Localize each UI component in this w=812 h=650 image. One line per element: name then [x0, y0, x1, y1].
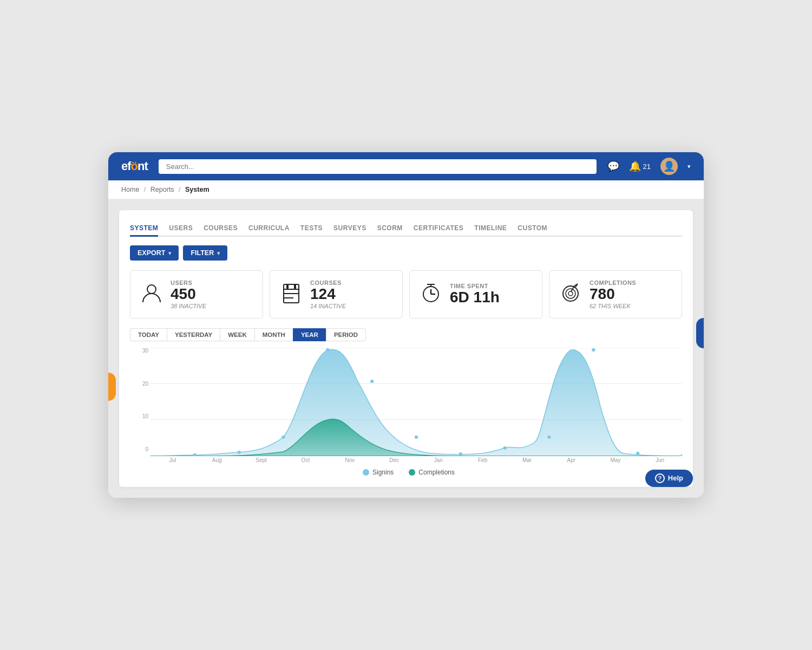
- tab-system[interactable]: SYSTEM: [130, 221, 158, 237]
- x-label-mar: Mar: [505, 457, 549, 463]
- courses-sub: 14 INACTIVE: [310, 303, 346, 309]
- main-area: SYSTEM USERS COURSES CURRICULA TESTS SUR…: [108, 199, 704, 498]
- svg-point-13: [566, 289, 575, 298]
- tab-scorm[interactable]: SCORM: [377, 221, 403, 236]
- target-icon: [559, 282, 582, 307]
- help-button[interactable]: ? Help: [645, 470, 693, 487]
- chart-area: 30 20 10 0: [135, 348, 682, 463]
- courses-value: 124: [310, 286, 346, 303]
- x-label-oct: Oct: [283, 457, 328, 463]
- signins-dot: [363, 469, 369, 476]
- chart-svg: [150, 348, 682, 456]
- legend-signins: Signins: [363, 469, 394, 476]
- signins-label: Signins: [372, 469, 394, 476]
- avatar[interactable]: 👤: [660, 158, 678, 175]
- period-tab-today[interactable]: TODAY: [130, 328, 167, 341]
- users-value: 450: [171, 286, 206, 303]
- x-label-jul: Jul: [150, 457, 195, 463]
- content-card: SYSTEM USERS COURSES CURRICULA TESTS SUR…: [119, 210, 693, 487]
- chart-legend: Signins Completions: [135, 469, 682, 476]
- help-label: Help: [668, 474, 683, 482]
- filter-caret-icon: ▾: [217, 250, 220, 256]
- y-label-0: 0: [145, 446, 148, 452]
- tab-curricula[interactable]: CURRICULA: [248, 221, 290, 236]
- breadcrumb-current: System: [185, 186, 209, 193]
- book-icon: [280, 282, 303, 307]
- svg-point-31: [680, 454, 682, 456]
- svg-point-22: [281, 435, 285, 439]
- x-label-may: May: [593, 457, 638, 463]
- completions-legend-label: Completions: [418, 469, 455, 476]
- avatar-dropdown[interactable]: ▾: [687, 163, 691, 170]
- navbar: efönt 💬 🔔 21 👤 ▾: [108, 152, 704, 180]
- breadcrumb-sep-1: /: [144, 186, 146, 193]
- filter-button[interactable]: FILTER ▾: [183, 245, 227, 261]
- user-icon: [140, 282, 163, 307]
- y-axis: 30 20 10 0: [135, 348, 150, 463]
- breadcrumb-home[interactable]: Home: [121, 186, 139, 193]
- logo: efönt: [121, 159, 148, 173]
- stat-card-time: TIME SPENT 6D 11h: [409, 270, 542, 318]
- svg-point-14: [568, 291, 573, 296]
- svg-point-12: [563, 286, 578, 301]
- tab-courses[interactable]: COURSES: [204, 221, 238, 236]
- tab-certificates[interactable]: CERTIFICATES: [414, 221, 463, 236]
- tab-users[interactable]: USERS: [169, 221, 193, 236]
- tab-tests[interactable]: TESTS: [300, 221, 323, 236]
- notification-count: 21: [643, 162, 651, 171]
- svg-point-23: [326, 348, 330, 352]
- clock-icon: [420, 282, 442, 307]
- x-label-aug: Aug: [195, 457, 239, 463]
- left-accent: [108, 373, 116, 401]
- breadcrumb-reports[interactable]: Reports: [150, 186, 174, 193]
- stat-info-time: TIME SPENT 6D 11h: [450, 283, 500, 306]
- svg-rect-6: [294, 284, 296, 289]
- tab-custom[interactable]: CUSTOM: [518, 221, 547, 236]
- search-input[interactable]: [159, 159, 597, 174]
- tab-timeline[interactable]: TIMELINE: [474, 221, 507, 236]
- svg-rect-5: [286, 284, 289, 289]
- svg-point-27: [503, 446, 507, 450]
- stats-row: USERS 450 38 INACTIVE: [130, 270, 682, 318]
- period-tab-month[interactable]: MONTH: [254, 328, 293, 341]
- y-label-20: 20: [142, 381, 148, 387]
- tab-surveys[interactable]: SURVEYS: [333, 221, 366, 236]
- chat-icon[interactable]: 💬: [607, 160, 619, 172]
- users-sub: 38 INACTIVE: [171, 303, 206, 309]
- export-button[interactable]: EXPORT ▾: [130, 245, 179, 261]
- browser-window: efönt 💬 🔔 21 👤 ▾ Home / Reports / System…: [108, 152, 704, 498]
- logo-dot: ö: [131, 159, 137, 173]
- svg-point-26: [459, 452, 463, 456]
- x-label-jun: Jun: [638, 457, 682, 463]
- x-label-sept: Sept: [239, 457, 284, 463]
- export-label: EXPORT: [137, 249, 165, 257]
- period-tab-week[interactable]: WEEK: [220, 328, 254, 341]
- stat-info-courses: COURSES 124 14 INACTIVE: [310, 280, 346, 309]
- y-label-10: 10: [142, 413, 148, 419]
- navbar-actions: 💬 🔔 21 👤 ▾: [607, 158, 691, 175]
- breadcrumb: Home / Reports / System: [108, 180, 704, 199]
- period-tab-period[interactable]: PERIOD: [326, 328, 366, 341]
- filter-label: FILTER: [191, 249, 214, 257]
- action-buttons: EXPORT ▾ FILTER ▾: [130, 245, 682, 261]
- stat-info-completions: COMPLETIONS 780 62 THIS WEEK: [590, 280, 636, 309]
- svg-point-25: [415, 435, 418, 439]
- legend-completions: Completions: [409, 469, 455, 476]
- right-accent: [696, 318, 704, 348]
- x-label-dec: Dec: [372, 457, 416, 463]
- stat-card-completions: COMPLETIONS 780 62 THIS WEEK: [549, 270, 682, 318]
- period-tabs: TODAY YESTERDAY WEEK MONTH YEAR PERIOD: [130, 328, 682, 341]
- period-tab-yesterday[interactable]: YESTERDAY: [167, 328, 220, 341]
- export-caret-icon: ▾: [168, 250, 171, 256]
- svg-point-21: [237, 451, 241, 454]
- bell-icon[interactable]: 🔔 21: [629, 160, 651, 172]
- period-tab-year[interactable]: YEAR: [293, 328, 326, 341]
- svg-point-30: [636, 452, 640, 455]
- svg-point-20: [193, 453, 197, 456]
- x-axis-labels: Jul Aug Sept Oct Nov Dec Jan Feb Mar Apr…: [150, 457, 682, 463]
- svg-point-0: [147, 285, 156, 294]
- x-label-nov: Nov: [328, 457, 372, 463]
- breadcrumb-sep-2: /: [179, 186, 180, 193]
- x-label-jan: Jan: [416, 457, 461, 463]
- stat-card-courses: COURSES 124 14 INACTIVE: [270, 270, 403, 318]
